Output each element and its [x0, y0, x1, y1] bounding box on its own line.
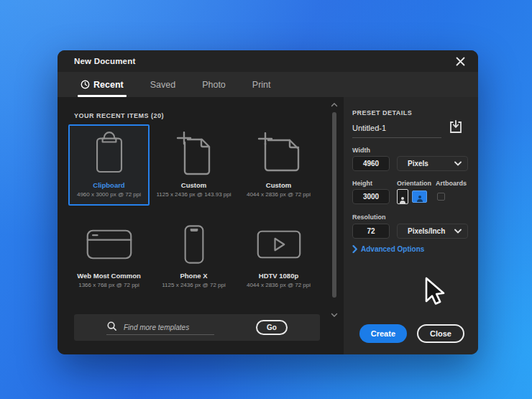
recent-items-grid: Clipboard 4960 x 3000 px @ 72 ppi Custom… — [68, 124, 319, 296]
chevron-down-icon — [454, 161, 462, 166]
item-name: Phone X — [180, 272, 207, 280]
create-button[interactable]: Create — [359, 324, 407, 343]
close-dialog-icon[interactable] — [453, 54, 467, 68]
height-input[interactable] — [352, 189, 390, 204]
recent-item-clipboard[interactable]: Clipboard 4960 x 3000 px @ 72 ppi — [68, 124, 150, 206]
document-landscape-crop-icon — [257, 132, 301, 175]
person-glyph — [400, 197, 405, 203]
recent-items-scrollbar[interactable] — [331, 102, 338, 318]
chevron-down-icon — [454, 229, 462, 234]
recent-items-panel: YOUR RECENT ITEMS (20) Clipboard 4960 x … — [58, 97, 344, 354]
dialog-title: New Document — [74, 57, 135, 65]
tab-photo[interactable]: Photo — [202, 72, 226, 97]
item-dimensions: 4044 x 2836 px @ 72 ppi — [247, 191, 311, 198]
recent-item-phone-x[interactable]: Phone X 1125 x 2436 px @ 72 ppi — [153, 215, 234, 296]
tab-label: Recent — [93, 80, 124, 90]
search-icon — [106, 321, 117, 331]
width-unit-value: Pixels — [408, 160, 428, 168]
tab-recent[interactable]: Recent — [81, 72, 124, 97]
width-label: Width — [352, 147, 370, 154]
close-button[interactable]: Close — [417, 324, 464, 343]
tab-print[interactable]: Print — [252, 72, 271, 97]
resolution-unit-value: Pixels/Inch — [408, 227, 445, 235]
save-preset-icon[interactable] — [449, 119, 463, 134]
person-glyph — [417, 196, 423, 202]
item-name: Custom — [181, 181, 206, 189]
template-search-bar: Go — [74, 314, 320, 341]
width-unit-dropdown[interactable]: Pixels — [397, 156, 468, 171]
search-field[interactable] — [106, 321, 214, 335]
recent-item-hdtv-1080p[interactable]: HDTV 1080p 4044 x 2836 px @ 72 ppi — [238, 215, 319, 296]
clock-icon — [81, 80, 90, 89]
artboards-label: Artboards — [436, 180, 467, 187]
recent-items-header: YOUR RECENT ITEMS (20) — [74, 112, 164, 119]
dialog-tabs: Recent Saved Photo Print — [58, 72, 478, 97]
tab-label: Print — [252, 80, 271, 90]
smartphone-icon — [183, 224, 205, 265]
tab-label: Saved — [150, 80, 175, 90]
document-name-field[interactable]: Untitled-1 — [352, 124, 441, 138]
height-label: Height — [352, 180, 372, 187]
browser-window-icon — [86, 229, 133, 260]
scroll-down-icon[interactable] — [331, 312, 338, 318]
resolution-input[interactable] — [352, 224, 390, 239]
clipboard-icon — [91, 132, 127, 176]
preset-details-header: PRESET DETAILS — [352, 109, 412, 116]
resolution-unit-dropdown[interactable]: Pixels/Inch — [397, 224, 468, 239]
orientation-landscape-icon[interactable] — [412, 191, 427, 203]
new-document-dialog: New Document Recent Saved Photo Print YO… — [58, 50, 478, 354]
artboards-checkbox[interactable] — [437, 193, 445, 201]
recent-item-web-most-common[interactable]: Web Most Common 1366 x 768 px @ 72 ppi — [68, 215, 150, 296]
orientation-portrait-icon[interactable] — [397, 189, 408, 204]
resolution-label: Resolution — [352, 214, 386, 221]
item-dimensions: 4960 x 3000 px @ 72 ppi — [77, 191, 141, 198]
tab-saved[interactable]: Saved — [150, 72, 175, 97]
advanced-options-label: Advanced Options — [361, 245, 424, 253]
width-input[interactable] — [352, 156, 390, 171]
go-button[interactable]: Go — [256, 320, 288, 335]
item-dimensions: 1125 x 2436 px @ 143.93 ppi — [156, 191, 231, 198]
item-name: Clipboard — [93, 181, 124, 189]
orientation-toggle — [397, 189, 427, 204]
search-input[interactable] — [124, 324, 208, 331]
scrollbar-thumb[interactable] — [332, 112, 336, 298]
advanced-options-link[interactable]: Advanced Options — [352, 245, 424, 253]
item-dimensions: 1366 x 768 px @ 72 ppi — [78, 282, 139, 288]
item-dimensions: 4044 x 2836 px @ 72 ppi — [247, 282, 311, 288]
item-name: Web Most Common — [77, 272, 141, 280]
tab-label: Photo — [202, 80, 226, 90]
preset-details-panel: PRESET DETAILS Untitled-1 Width Pixels H… — [344, 97, 478, 354]
item-name: Custom — [266, 181, 291, 189]
chevron-right-icon — [352, 245, 357, 253]
dialog-titlebar: New Document — [58, 50, 478, 72]
recent-item-custom-1[interactable]: Custom 1125 x 2436 px @ 143.93 ppi — [153, 124, 234, 206]
item-name: HDTV 1080p — [259, 272, 298, 280]
orientation-label: Orientation — [397, 180, 431, 187]
tv-play-icon — [256, 229, 302, 260]
scroll-up-icon[interactable] — [331, 102, 338, 108]
document-portrait-crop-icon — [174, 132, 214, 176]
item-dimensions: 1125 x 2436 px @ 72 ppi — [162, 282, 225, 288]
recent-item-custom-2[interactable]: Custom 4044 x 2836 px @ 72 ppi — [238, 124, 319, 206]
dialog-actions: Create Close — [359, 324, 464, 343]
